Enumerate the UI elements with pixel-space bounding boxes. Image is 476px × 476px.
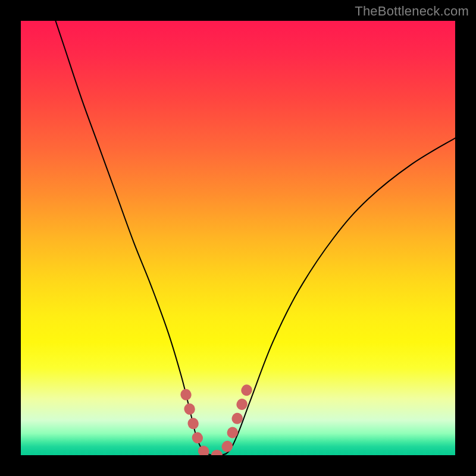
- chart-frame: TheBottleneck.com: [0, 0, 476, 476]
- optimal-band-marker-path: [186, 377, 251, 455]
- plot-area: [21, 21, 455, 455]
- bottleneck-curve-path: [55, 21, 455, 455]
- curve-layer: [21, 21, 455, 455]
- watermark-text: TheBottleneck.com: [355, 4, 469, 19]
